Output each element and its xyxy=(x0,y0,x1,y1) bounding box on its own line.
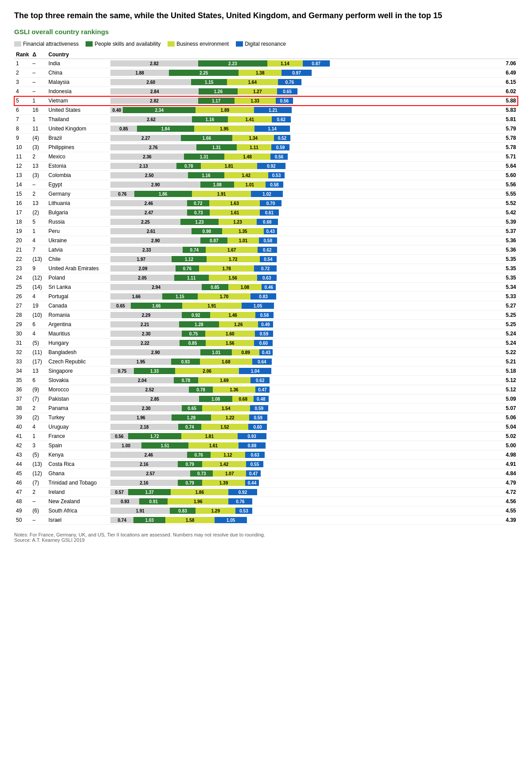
cell-bar: 2.46 0.76 1.12 0.63 xyxy=(109,450,500,460)
table-row: 32 (11) Bangladesh 2.90 1.01 0.89 0.43 5… xyxy=(14,348,518,357)
cell-country: Sri Lanka xyxy=(47,283,109,292)
seg-people: 0.76 xyxy=(176,265,199,272)
cell-bar: 0.74 1.03 1.58 1.05 xyxy=(109,516,500,525)
cell-rank: 4 xyxy=(14,87,31,96)
cell-delta: 4 xyxy=(31,329,47,339)
cell-total: 4.84 xyxy=(500,469,518,478)
seg-digital: 0.58 xyxy=(259,237,277,244)
seg-people: 0.85 xyxy=(180,340,206,346)
cell-rank: 17 xyxy=(14,208,31,217)
cell-delta: (10) xyxy=(31,311,47,320)
seg-business: 1.27 xyxy=(238,88,277,95)
cell-total: 5.25 xyxy=(500,320,518,329)
cell-total: 4.91 xyxy=(500,460,518,469)
cell-delta: – xyxy=(31,87,47,96)
cell-country: United Arab Emirates xyxy=(47,264,109,273)
cell-delta: 2 xyxy=(31,404,47,413)
cell-bar: 2.09 0.76 1.78 0.72 xyxy=(109,264,500,273)
seg-people: 0.65 xyxy=(182,405,202,411)
cell-bar: 2.57 0.73 1.07 0.47 xyxy=(109,469,500,478)
seg-people: 1.08 xyxy=(199,396,233,402)
seg-financial: 0.40 xyxy=(110,107,123,113)
seg-people: 0.85 xyxy=(202,284,228,290)
seg-people: 0.79 xyxy=(178,461,202,467)
cell-delta: 2 xyxy=(31,488,47,497)
cell-country: Peru xyxy=(47,227,109,236)
cell-total: 5.33 xyxy=(500,292,518,301)
cell-rank: 31 xyxy=(14,339,31,348)
seg-digital: 0.88 xyxy=(239,442,266,449)
seg-digital: 0.58 xyxy=(255,312,274,318)
cell-country: Spain xyxy=(47,441,109,450)
seg-people: 0.78 xyxy=(176,163,201,169)
table-row: 22 (13) Chile 1.97 1.12 1.72 0.54 5.35 xyxy=(14,255,518,264)
seg-people: 0.73 xyxy=(187,209,210,216)
cell-total: 5.06 xyxy=(500,413,518,422)
cell-bar: 1.91 0.83 1.29 0.53 xyxy=(109,506,500,516)
table-row: 13 (3) Colombia 2.50 1.16 1.42 0.53 5.60 xyxy=(14,171,518,180)
chart-subtitle: GSLI overall country rankings xyxy=(14,28,518,35)
seg-financial: 1.00 xyxy=(110,442,141,449)
cell-bar: 0.76 1.86 1.91 1.02 xyxy=(109,189,500,199)
cell-delta: 2 xyxy=(31,189,47,199)
cell-delta: – xyxy=(31,59,47,68)
seg-digital: 1.04 xyxy=(239,368,271,374)
table-row: 20 4 Ukraine 2.90 0.87 1.01 0.58 5.36 xyxy=(14,236,518,245)
cell-total: 5.52 xyxy=(500,199,518,208)
cell-delta: 6 xyxy=(31,376,47,385)
legend-business-label: Business environment xyxy=(176,41,229,47)
legend-financial-label: Financial attractiveness xyxy=(23,41,78,47)
cell-country: Bangladesh xyxy=(47,348,109,357)
seg-people: 1.66 xyxy=(131,303,182,309)
cell-total: 6.02 xyxy=(500,87,518,96)
table-row: 42 3 Spain 1.00 1.51 1.61 0.88 5.00 xyxy=(14,441,518,450)
cell-rank: 19 xyxy=(14,227,31,236)
cell-bar: 0.65 1.66 1.91 1.05 xyxy=(109,301,500,311)
cell-delta: (7) xyxy=(31,478,47,488)
seg-people: 1.37 xyxy=(128,489,171,495)
cell-country: Pakistan xyxy=(47,394,109,404)
seg-people: 1.28 xyxy=(172,414,211,421)
table-row: 41 1 France 0.56 1.72 1.81 0.93 5.02 xyxy=(14,432,518,441)
seg-financial: 0.57 xyxy=(110,489,128,495)
seg-financial: 0.56 xyxy=(110,433,128,439)
cell-country: Indonesia xyxy=(47,87,109,96)
table-row: 9 (4) Brazil 2.27 1.66 1.34 0.52 5.78 xyxy=(14,134,518,143)
cell-bar: 2.60 1.15 1.64 0.76 xyxy=(109,78,500,87)
seg-financial: 2.30 xyxy=(110,331,182,337)
seg-digital: 0.97 xyxy=(282,70,312,76)
cell-country: Kenya xyxy=(47,450,109,460)
cell-rank: 15 xyxy=(14,189,31,199)
cell-rank: 14 xyxy=(14,180,31,189)
cell-rank: 40 xyxy=(14,422,31,432)
table-row: 5 1 Vietnam 2.82 1.17 1.33 0.56 5.88 xyxy=(14,96,518,106)
seg-digital: 0.70 xyxy=(260,200,282,206)
cell-total: 5.04 xyxy=(500,422,518,432)
cell-bar: 2.22 0.85 1.56 0.60 xyxy=(109,339,500,348)
seg-digital: 0.92 xyxy=(228,489,257,495)
seg-people: 1.17 xyxy=(198,98,235,104)
cell-rank: 39 xyxy=(14,413,31,422)
cell-country: New Zealand xyxy=(47,497,109,506)
source-text: Source: A.T. Kearney GSLI 2019 xyxy=(14,537,518,543)
seg-people: 2.34 xyxy=(123,107,196,113)
cell-rank: 38 xyxy=(14,404,31,413)
seg-digital: 0.60 xyxy=(248,424,267,430)
table-row: 46 (7) Trinidad and Tobago 2.16 0.79 1.3… xyxy=(14,478,518,488)
cell-country: Russia xyxy=(47,217,109,227)
cell-bar: 2.47 0.73 1.61 0.61 xyxy=(109,208,500,217)
seg-financial: 2.05 xyxy=(110,275,174,281)
cell-country: Ireland xyxy=(47,488,109,497)
cell-total: 6.15 xyxy=(500,78,518,87)
cell-rank: 37 xyxy=(14,394,31,404)
table-row: 14 – Egypt 2.90 1.08 1.01 0.58 5.56 xyxy=(14,180,518,189)
seg-digital: 0.59 xyxy=(250,405,268,411)
cell-total: 5.35 xyxy=(500,273,518,283)
cell-total: 5.07 xyxy=(500,404,518,413)
cell-rank: 6 xyxy=(14,106,31,115)
col-delta: Δ xyxy=(31,51,47,59)
cell-rank: 25 xyxy=(14,283,31,292)
cell-country: Chile xyxy=(47,255,109,264)
seg-financial: 2.16 xyxy=(110,480,177,486)
seg-business: 1.52 xyxy=(201,424,248,430)
